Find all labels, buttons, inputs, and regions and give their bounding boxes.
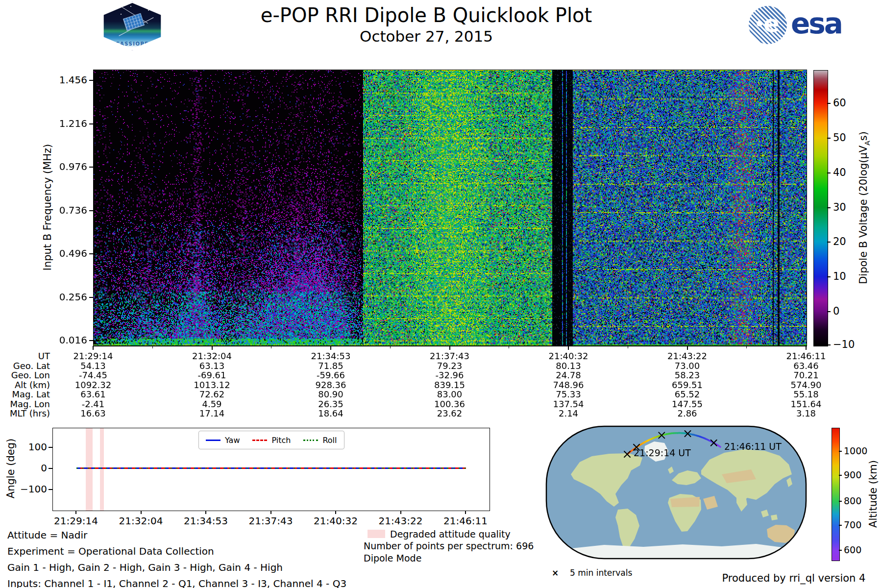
ephemeris-cell: 16.63 — [50, 409, 136, 418]
voltage-colorbar-tick-mark — [827, 344, 831, 345]
spectrogram-x-minor-tick-mark — [746, 346, 747, 348]
spectrogram-y-tick-label: 0.496 — [39, 247, 87, 259]
ephemeris-cell: 659.51 — [644, 380, 731, 390]
voltage-colorbar-tick-label: 0 — [833, 305, 839, 317]
spectrogram-y-tick-label: 0.256 — [39, 291, 87, 303]
voltage-colorbar-tick-label: −10 — [833, 339, 855, 350]
ephemeris-cell: 2.86 — [644, 409, 731, 418]
ephemeris-cell: 23.62 — [407, 409, 493, 418]
ephemeris-cell: 21:46:11 — [763, 351, 849, 361]
altitude-colorbar-tick-label: 600 — [844, 544, 861, 555]
ephemeris-cell: 21:29:14 — [50, 351, 136, 361]
angle-plot-y-tick-label: −100 — [8, 483, 47, 495]
altitude-colorbar-tick-mark — [839, 501, 842, 502]
legend-label: Yaw — [225, 436, 240, 445]
legend-entry: Pitch — [252, 436, 291, 445]
spectrogram-x-tick-mark — [687, 346, 688, 350]
voltage-colorbar — [813, 70, 828, 346]
ephemeris-row-label: Geo. Lon — [0, 370, 50, 380]
ephemeris-cell: 21:40:32 — [525, 351, 612, 361]
ephemeris-row-label: MLT (hrs) — [0, 409, 50, 418]
angle-plot-x-tick-mark — [465, 511, 466, 514]
spectrogram-y-tick-label: 0.016 — [39, 334, 87, 346]
spectrogram-x-tick-mark — [449, 346, 450, 350]
voltage-colorbar-tick-label: 60 — [833, 97, 846, 109]
esa-globe-icon: e — [749, 6, 787, 44]
yaw-line-sample-icon — [206, 440, 220, 441]
voltage-colorbar-tick-label: 20 — [833, 236, 846, 247]
angle-plot-x-tick-mark — [205, 511, 206, 514]
voltage-colorbar-tick-mark — [827, 138, 831, 139]
ephemeris-cell: 100.36 — [407, 399, 493, 409]
ephemeris-column: 21:37:4379.23-32.96839.1583.00100.3623.6… — [407, 351, 493, 418]
voltage-colorbar-tick-mark — [827, 242, 831, 243]
angle-plot-x-tick-label: 21:46:11 — [431, 515, 500, 527]
voltage-colorbar-label: Dipole B Voltage (20log(μVAs) — [858, 131, 871, 284]
spectrogram-y-tick-label: 0.736 — [39, 204, 87, 216]
spectrogram-y-tick-mark — [89, 80, 93, 81]
altitude-colorbar-label: Altitude (km) — [867, 460, 879, 528]
ephemeris-cell: 24.78 — [525, 370, 612, 380]
voltage-colorbar-tick-label: 40 — [833, 167, 846, 178]
voltage-colorbar-tick-mark — [827, 172, 831, 173]
ephemeris-cell: 147.55 — [644, 399, 731, 409]
ephemeris-cell: 83.00 — [407, 390, 493, 399]
ephemeris-row-label: Geo. Lat — [0, 361, 50, 371]
ephemeris-cell: 1092.32 — [50, 380, 136, 390]
ephemeris-cell: -69.61 — [169, 370, 255, 380]
angle-plot-x-tick-mark — [141, 511, 142, 514]
spectrogram-y-tick-mark — [89, 123, 93, 124]
legend-entry: Roll — [303, 436, 337, 445]
ephemeris-column: 21:29:1454.13-74.451092.3263.61-2.4116.6… — [50, 351, 136, 418]
ephemeris-cell: 137.54 — [525, 399, 612, 409]
ephemeris-column: 21:40:3280.1324.78748.9675.33137.542.14 — [525, 351, 612, 418]
angle-plot-x-tick-label: 21:29:14 — [42, 515, 110, 527]
spectrogram-y-tick-mark — [89, 167, 93, 168]
points-per-spectrum-label: Number of points per spectrum: 696 — [364, 540, 534, 551]
spectrogram-x-tick-mark — [330, 346, 331, 350]
ephemeris-row-label: Mag. Lon — [0, 399, 50, 409]
ephemeris-cell: 151.64 — [763, 399, 849, 409]
ephemeris-cell: 3.18 — [763, 409, 849, 418]
ephemeris-cell: 21:32:04 — [169, 351, 255, 361]
angle-plot-y-tick-label: 100 — [8, 441, 47, 453]
ephemeris-column: 21:46:1163.4670.21574.9055.18151.643.18 — [763, 351, 849, 418]
voltage-colorbar-label-post: s) — [858, 131, 869, 141]
star-icon — [130, 6, 131, 7]
ephemeris-row-label: Mag. Lat — [0, 390, 50, 399]
ephemeris-cell: 17.14 — [169, 409, 255, 418]
angle-plot-x-tick-label: 21:34:53 — [172, 515, 240, 527]
angle-plot-x-tick-label: 21:37:43 — [237, 515, 305, 527]
ephemeris-cell: 79.23 — [407, 361, 493, 371]
annotation-line: Gain 1 - High, Gain 2 - High, Gain 3 - H… — [7, 562, 283, 573]
dipole-mode-label: Dipole Mode — [364, 553, 421, 564]
degraded-quality-band — [86, 428, 93, 511]
spectrogram-y-tick-label: 0.976 — [39, 161, 87, 172]
quicklook-page: CASSIOPE e-POP RRI Dipole B Quicklook Pl… — [0, 0, 882, 588]
pitch-line-sample-icon — [252, 440, 267, 441]
annotation-line: Experiment = Operational Data Collection — [7, 545, 214, 557]
angle-plot-y-tick-mark — [49, 447, 52, 448]
ephemeris-cell: 748.96 — [525, 380, 612, 390]
voltage-colorbar-tick-mark — [827, 207, 831, 208]
spectrogram-x-minor-tick-mark — [271, 346, 271, 348]
credit-label: Produced by rri_ql version 4 — [706, 572, 882, 584]
spectrogram-y-tick-mark — [89, 253, 93, 254]
altitude-colorbar-tick-label: 700 — [844, 519, 861, 530]
spectrogram-x-minor-tick-mark — [152, 346, 153, 348]
ephemeris-cell: -59.66 — [288, 370, 374, 380]
ephemeris-cell: 73.00 — [644, 361, 731, 371]
altitude-colorbar — [832, 428, 840, 561]
voltage-colorbar-tick-mark — [827, 103, 831, 104]
roll-line-sample-icon — [303, 440, 318, 441]
ephemeris-cell: 839.15 — [407, 380, 493, 390]
page-date: October 27, 2015 — [132, 27, 720, 45]
altitude-colorbar-tick-label: 900 — [844, 469, 861, 480]
ephemeris-cell: 21:43:22 — [644, 351, 731, 361]
angle-plot-y-tick-label: 0 — [8, 462, 47, 474]
spectrogram-x-tick-mark — [93, 346, 94, 350]
degraded-quality-swatch — [368, 530, 385, 538]
spectrogram-x-minor-tick-mark — [390, 346, 391, 348]
ephemeris-cell: 18.64 — [288, 409, 374, 418]
ephemeris-cell: 1013.12 — [169, 380, 255, 390]
